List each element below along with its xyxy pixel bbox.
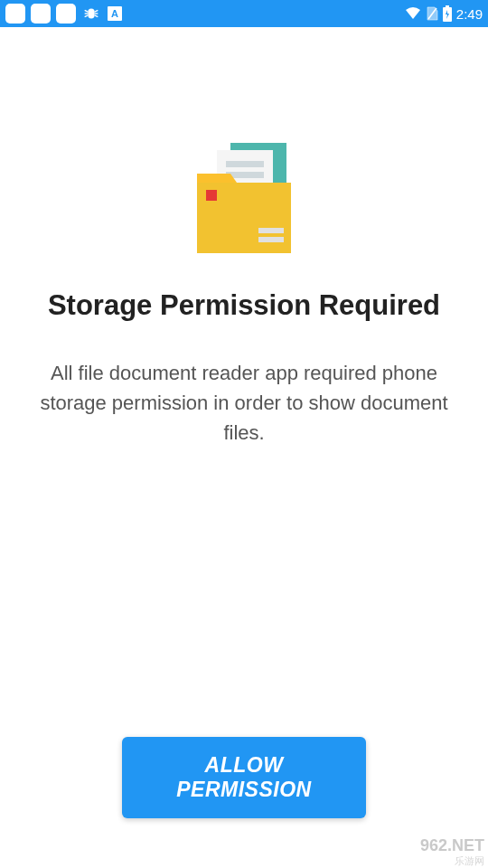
page-title: Storage Permission Required xyxy=(48,289,440,322)
notification-icon xyxy=(56,4,76,24)
watermark-domain: 962.NET xyxy=(420,837,484,855)
bug-icon xyxy=(81,4,101,24)
svg-line-4 xyxy=(95,10,99,12)
svg-rect-11 xyxy=(446,5,449,7)
svg-rect-18 xyxy=(258,228,284,233)
status-bar: A 2:49 xyxy=(0,0,488,27)
allow-permission-button[interactable]: ALLOW PERMISSION xyxy=(122,737,366,818)
svg-rect-14 xyxy=(226,161,264,167)
sim-icon xyxy=(426,5,438,22)
svg-line-6 xyxy=(95,15,99,17)
status-left-group: A xyxy=(5,4,123,24)
watermark-tagline: 乐游网 xyxy=(420,855,484,866)
svg-rect-17 xyxy=(206,190,217,201)
status-time: 2:49 xyxy=(456,6,483,22)
permission-description: All file document reader app required ph… xyxy=(27,358,461,448)
svg-rect-19 xyxy=(258,237,284,242)
notification-icon xyxy=(31,4,51,24)
main-content: Storage Permission Required All file doc… xyxy=(0,27,488,448)
wifi-icon xyxy=(404,6,422,21)
svg-line-1 xyxy=(85,10,89,12)
svg-rect-0 xyxy=(88,9,94,19)
battery-charging-icon xyxy=(442,5,453,23)
svg-text:A: A xyxy=(111,8,118,19)
label-a-icon: A xyxy=(107,5,123,22)
svg-line-3 xyxy=(85,15,89,17)
watermark: 962.NET 乐游网 xyxy=(417,835,488,868)
folder-document-icon xyxy=(181,136,307,262)
status-right-group: 2:49 xyxy=(404,5,483,23)
notification-icon xyxy=(5,4,25,24)
